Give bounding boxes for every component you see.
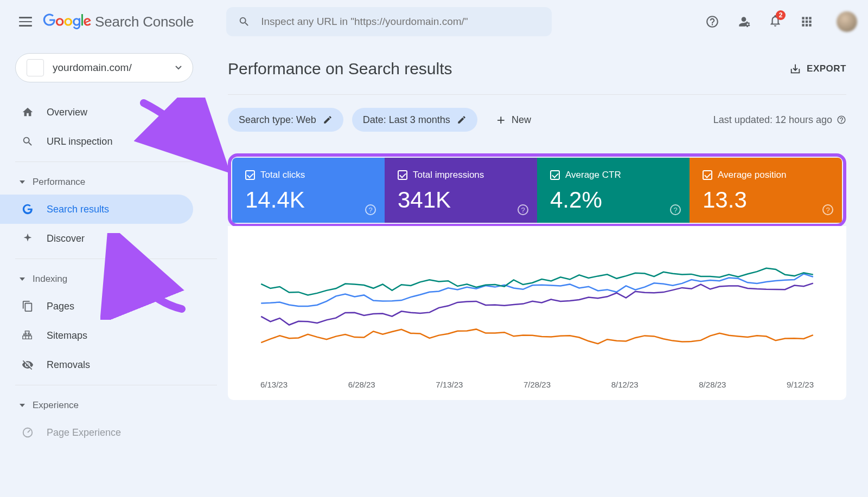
discover-icon bbox=[22, 233, 34, 244]
sitemap-icon bbox=[22, 330, 34, 341]
nav-url-inspection[interactable]: URL inspection bbox=[0, 127, 193, 156]
help-icon[interactable] bbox=[837, 115, 846, 125]
search-icon bbox=[22, 135, 34, 147]
product-name: Search Console bbox=[95, 14, 194, 30]
google-g-icon bbox=[22, 203, 34, 215]
sidebar: yourdomain.com/ Overview URL inspection … bbox=[0, 43, 217, 497]
apps-icon[interactable] bbox=[800, 15, 814, 29]
help-icon[interactable]: ? bbox=[670, 204, 681, 215]
line-chart bbox=[250, 242, 825, 372]
pages-icon bbox=[22, 300, 34, 312]
visibility-off-icon bbox=[22, 359, 34, 371]
metrics-cards: Total clicks 14.4K ? Total impressions 3… bbox=[228, 153, 846, 227]
filter-search-type[interactable]: Search type: Web bbox=[228, 108, 343, 132]
logo[interactable]: Search Console bbox=[43, 14, 194, 30]
help-icon[interactable]: ? bbox=[518, 204, 528, 215]
section-experience[interactable]: Experience bbox=[0, 393, 217, 418]
nav-discover[interactable]: Discover bbox=[0, 224, 193, 253]
metric-ctr[interactable]: Average CTR 4.2% ? bbox=[537, 158, 690, 223]
metric-position[interactable]: Average position 13.3 ? bbox=[690, 158, 842, 223]
metric-clicks[interactable]: Total clicks 14.4K ? bbox=[232, 158, 385, 223]
checkbox-icon bbox=[550, 170, 560, 180]
notifications-button[interactable]: 2 bbox=[768, 14, 782, 30]
export-button[interactable]: EXPORT bbox=[789, 63, 846, 75]
plus-icon: + bbox=[497, 112, 505, 128]
filter-date[interactable]: Date: Last 3 months bbox=[352, 108, 477, 132]
page-title: Performance on Search results bbox=[228, 60, 452, 78]
download-icon bbox=[789, 63, 801, 75]
nav-search-results[interactable]: Search results bbox=[0, 195, 193, 224]
url-inspect-search[interactable] bbox=[226, 7, 552, 36]
google-logo-icon bbox=[43, 14, 92, 30]
checkbox-icon bbox=[398, 170, 407, 180]
nav-pages[interactable]: Pages bbox=[0, 292, 193, 321]
nav-sitemaps[interactable]: Sitemaps bbox=[0, 321, 193, 350]
speed-icon bbox=[22, 427, 34, 438]
help-icon[interactable] bbox=[705, 15, 719, 29]
url-input[interactable] bbox=[261, 16, 540, 28]
avatar[interactable] bbox=[837, 11, 857, 32]
header: Search Console 2 bbox=[0, 0, 868, 43]
x-axis: 6/13/236/28/237/13/237/28/238/12/238/28/… bbox=[250, 380, 825, 389]
main-area: Performance on Search results EXPORT Sea… bbox=[217, 43, 868, 497]
section-performance[interactable]: Performance bbox=[0, 170, 217, 195]
notification-badge: 2 bbox=[776, 10, 786, 20]
section-indexing[interactable]: Indexing bbox=[0, 267, 217, 292]
home-icon bbox=[22, 106, 34, 118]
property-selector[interactable]: yourdomain.com/ bbox=[15, 53, 193, 82]
help-icon[interactable]: ? bbox=[822, 204, 833, 215]
performance-chart: 6/13/236/28/237/13/237/28/238/12/238/28/… bbox=[228, 226, 846, 400]
last-updated: Last updated: 12 hours ago bbox=[713, 114, 846, 126]
nav-removals[interactable]: Removals bbox=[0, 350, 193, 379]
user-settings-icon[interactable] bbox=[737, 15, 751, 29]
add-filter-button[interactable]: + New bbox=[497, 112, 531, 128]
menu-icon[interactable] bbox=[19, 14, 32, 29]
checkbox-icon bbox=[703, 170, 712, 180]
checkbox-icon bbox=[245, 170, 255, 180]
metric-impressions[interactable]: Total impressions 341K ? bbox=[385, 158, 537, 223]
property-name: yourdomain.com/ bbox=[53, 62, 175, 74]
nav-overview[interactable]: Overview bbox=[0, 98, 193, 127]
search-icon bbox=[238, 16, 250, 28]
chevron-down-icon bbox=[175, 66, 182, 70]
pencil-icon bbox=[457, 115, 467, 125]
property-favicon bbox=[27, 59, 44, 76]
pencil-icon bbox=[323, 115, 333, 125]
help-icon[interactable]: ? bbox=[365, 204, 376, 215]
nav-page-experience[interactable]: Page Experience bbox=[0, 418, 193, 447]
filter-row: Search type: Web Date: Last 3 months + N… bbox=[228, 108, 846, 132]
